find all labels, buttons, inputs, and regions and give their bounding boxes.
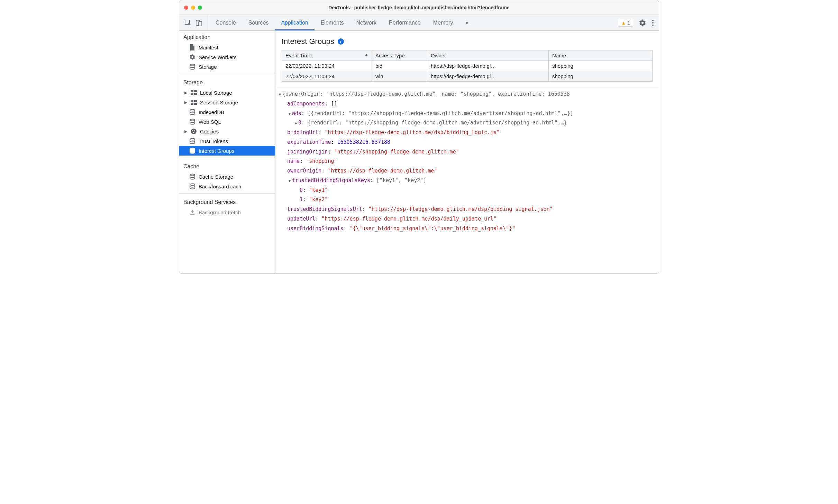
sidebar-item-local-storage[interactable]: ▶ Local Storage (179, 88, 275, 97)
expand-caret-icon[interactable]: ▶ (184, 91, 188, 95)
sidebar-item-bfcache[interactable]: Back/forward cach (179, 181, 275, 191)
svg-point-15 (190, 110, 195, 111)
more-menu-icon[interactable] (652, 19, 654, 27)
sidebar-divider (179, 158, 275, 158)
table-icon (190, 89, 197, 96)
ov-prop-tbsu[interactable]: trustedBiddingSignalsUrl: "https://dsp-f… (277, 205, 655, 214)
warning-count: 1 (627, 20, 630, 26)
svg-rect-26 (190, 214, 194, 215)
sidebar-item-websql[interactable]: Web SQL (179, 117, 275, 127)
database-icon (189, 138, 196, 144)
svg-rect-7 (191, 90, 193, 92)
cell-type: bid (372, 61, 427, 71)
cell-name: shopping (549, 61, 653, 71)
sidebar-item-label: Local Storage (200, 90, 232, 96)
ov-prop-tbsk-0[interactable]: 0: "key1" (277, 186, 655, 195)
cell-owner: https://dsp-fledge-demo.gl… (427, 71, 549, 82)
panel-tabs: Console Sources Application Elements Net… (209, 15, 617, 30)
col-event-time[interactable]: Event Time (282, 50, 372, 61)
devtools-window: DevTools - publisher-fledge-demo.glitch.… (179, 0, 659, 274)
info-icon[interactable]: i (338, 38, 344, 45)
sidebar-item-background-fetch[interactable]: Background Fetch (179, 207, 275, 217)
table-header-row: Event Time Access Type Owner Name (282, 50, 653, 61)
panel-header: Interest Groups i (275, 31, 659, 50)
sidebar-item-label: Back/forward cach (199, 184, 241, 189)
svg-point-16 (190, 119, 195, 121)
database-icon (189, 109, 196, 115)
sidebar-item-session-storage[interactable]: ▶ Session Storage (179, 97, 275, 107)
sidebar-divider (179, 74, 275, 74)
ov-prop-ads[interactable]: ▼ads: [{renderUrl: "https://shopping-fle… (277, 109, 655, 119)
sidebar-item-trust-tokens[interactable]: Trust Tokens (179, 136, 275, 146)
sidebar-item-label: Session Storage (200, 100, 238, 105)
tab-memory[interactable]: Memory (427, 15, 459, 30)
ov-prop-adcomponents[interactable]: adComponents: [] (277, 99, 655, 109)
window-controls (179, 6, 202, 10)
sidebar-item-cache-storage[interactable]: Cache Storage (179, 172, 275, 181)
warnings-badge[interactable]: ▲ 1 (618, 19, 633, 27)
main-panel: Interest Groups i Event Time Access Type… (275, 31, 659, 273)
tab-application[interactable]: Application (275, 15, 314, 30)
maximize-window-button[interactable] (198, 6, 202, 10)
sidebar-item-label: Cookies (200, 129, 219, 134)
tab-network[interactable]: Network (350, 15, 383, 30)
cell-owner: https://dsp-fledge-demo.gl… (427, 61, 549, 71)
ov-prop-ownerorigin[interactable]: ownerOrigin: "https://dsp-fledge-demo.gl… (277, 166, 655, 176)
caret-down-icon[interactable]: ▼ (287, 111, 292, 118)
col-access-type[interactable]: Access Type (372, 50, 427, 61)
tab-performance[interactable]: Performance (383, 15, 427, 30)
sidebar-item-cookies[interactable]: ▶ Cookies (179, 127, 275, 136)
ov-prop-joiningorigin[interactable]: joiningOrigin: "https://shopping-fledge-… (277, 147, 655, 157)
ov-prop-biddingurl[interactable]: biddingUrl: "https://dsp-fledge-demo.gli… (277, 128, 655, 138)
svg-rect-9 (191, 93, 193, 95)
sidebar-item-label: Background Fetch (199, 209, 241, 215)
minimize-window-button[interactable] (191, 6, 195, 10)
caret-right-icon[interactable]: ▶ (293, 120, 298, 127)
toggle-device-icon[interactable] (195, 19, 203, 27)
ov-root[interactable]: ▼{ownerOrigin: "https://dsp-fledge-demo.… (277, 90, 655, 99)
cookie-icon (190, 128, 197, 135)
cell-time: 22/03/2022, 11:03:24 (282, 71, 372, 82)
svg-rect-13 (191, 103, 193, 105)
sidebar-item-label: Trust Tokens (199, 138, 228, 144)
ov-prop-tbsk-1[interactable]: 1: "key2" (277, 195, 655, 205)
object-viewer[interactable]: ▼{ownerOrigin: "https://dsp-fledge-demo.… (275, 86, 659, 273)
caret-down-icon[interactable]: ▼ (277, 91, 282, 98)
table-row[interactable]: 22/03/2022, 11:03:24 bid https://dsp-fle… (282, 61, 653, 71)
database-icon (189, 173, 196, 180)
sidebar-item-storage[interactable]: Storage (179, 62, 275, 72)
ov-prop-name[interactable]: name: "shopping" (277, 157, 655, 166)
inspect-element-icon[interactable] (184, 19, 192, 27)
sidebar-item-indexeddb[interactable]: IndexedDB (179, 107, 275, 117)
database-icon (189, 63, 196, 70)
more-tabs-button[interactable]: » (459, 15, 475, 30)
ov-prop-tbsk[interactable]: ▼trustedBiddingSignalsKeys: ["key1", "ke… (277, 176, 655, 186)
settings-icon[interactable] (639, 19, 646, 27)
tab-console[interactable]: Console (209, 15, 242, 30)
sidebar-section-application: Application (179, 31, 275, 43)
tab-sources[interactable]: Sources (242, 15, 275, 30)
svg-point-5 (652, 25, 654, 26)
close-window-button[interactable] (184, 6, 188, 10)
ov-prop-userbiddingsignals[interactable]: userBiddingSignals: "{\"user_bidding_sig… (277, 224, 655, 234)
ov-prop-expirationtime[interactable]: expirationTime: 1650538216.837188 (277, 138, 655, 147)
ov-prop-ads-0[interactable]: ▶0: {renderUrl: "https://shopping-fledge… (277, 118, 655, 128)
expand-caret-icon[interactable]: ▶ (184, 100, 188, 105)
svg-point-25 (190, 184, 195, 186)
svg-rect-11 (191, 100, 193, 102)
sidebar-item-manifest[interactable]: Manifest (179, 43, 275, 52)
caret-down-icon[interactable]: ▼ (287, 178, 292, 185)
svg-point-22 (190, 139, 195, 140)
tab-elements[interactable]: Elements (315, 15, 350, 30)
table-icon (190, 99, 197, 106)
svg-rect-2 (199, 21, 202, 26)
sidebar-item-label: Service Workers (199, 54, 237, 60)
expand-caret-icon[interactable]: ▶ (184, 129, 188, 134)
col-name[interactable]: Name (549, 50, 653, 61)
device-toolbar-group (182, 15, 208, 30)
sidebar-item-service-workers[interactable]: Service Workers (179, 52, 275, 62)
col-owner[interactable]: Owner (427, 50, 549, 61)
table-row[interactable]: 22/03/2022, 11:03:24 win https://dsp-fle… (282, 71, 653, 82)
sidebar-item-interest-groups[interactable]: Interest Groups (179, 146, 275, 156)
ov-prop-updateurl[interactable]: updateUrl: "https://dsp-fledge-demo.glit… (277, 214, 655, 224)
